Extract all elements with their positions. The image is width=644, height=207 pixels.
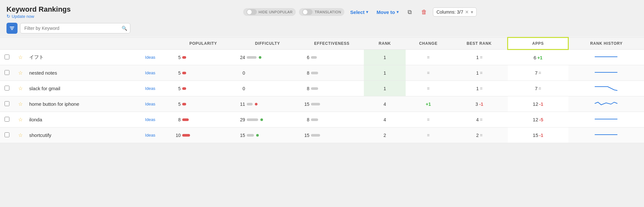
apps-number: 7 (535, 70, 537, 76)
toolbar: Hide Unpopular Translation Select Move t… (82, 6, 638, 18)
rankhistory-cell (568, 65, 644, 81)
bestrank-cell: 2 = (451, 128, 508, 143)
star-icon[interactable]: ☆ (18, 117, 23, 122)
filter-icon-button[interactable] (6, 23, 18, 34)
row-star-cell[interactable]: ☆ (14, 50, 27, 65)
best-rank-value: 3 (475, 102, 478, 107)
columns-button[interactable]: Columns: 3/7 ✕ ▾ (433, 7, 477, 17)
rankhistory-cell (568, 112, 644, 128)
change-value: +1 (426, 102, 431, 107)
rank-cell: 1 (364, 65, 405, 81)
change-value: = (427, 133, 430, 138)
row-checkbox[interactable] (5, 101, 9, 106)
rank-cell: 4 (364, 112, 405, 128)
rankhistory-cell (568, 128, 644, 143)
rank-value: 4 (384, 117, 386, 122)
keyword-text: home button for iphone (29, 101, 79, 107)
rank-value: 1 (384, 86, 386, 91)
app-link[interactable]: Ideas (145, 86, 155, 91)
rank-value: 1 (384, 55, 386, 60)
rank-value: 2 (384, 133, 386, 138)
filter-input[interactable] (20, 23, 130, 33)
apps-delta: = (539, 86, 541, 91)
delete-button[interactable]: 🗑 (419, 6, 430, 18)
columns-clear-icon[interactable]: ✕ (465, 9, 469, 15)
best-rank-value: 4 (476, 117, 479, 122)
app-link[interactable]: Ideas (145, 117, 155, 122)
change-value: = (427, 117, 430, 122)
select-button[interactable]: Select (348, 8, 371, 16)
best-rank-change: = (480, 86, 483, 91)
popularity-cell: 5 (171, 81, 235, 96)
moveto-button[interactable]: Move to (374, 8, 401, 16)
popularity-cell: 10 (171, 128, 235, 143)
row-star-cell[interactable]: ☆ (14, 128, 27, 143)
row-checkbox-cell (0, 65, 14, 81)
star-icon[interactable]: ☆ (18, 101, 23, 107)
columns-arrow-icon[interactable]: ▾ (471, 9, 473, 15)
th-popularity: POPULARITY (171, 38, 235, 50)
bestrank-cell: 4 = (451, 112, 508, 128)
rankhistory-cell (568, 96, 644, 112)
row-checkbox[interactable] (5, 117, 9, 122)
header-bar: Keyword Rankings Update now Hide Unpopul… (0, 5, 644, 23)
bestrank-cell: 1 = (451, 65, 508, 81)
change-value: = (427, 86, 430, 91)
apps-cell: 15-1 (508, 128, 568, 143)
row-checkbox[interactable] (5, 70, 9, 75)
columns-label: Columns: 3/7 (436, 9, 463, 15)
bestrank-cell: 1 = (451, 81, 508, 96)
app-cell[interactable]: Ideas (129, 65, 171, 81)
keyword-cell: shortcutify (27, 128, 129, 143)
update-now-button[interactable]: Update now (6, 14, 71, 19)
row-checkbox-cell (0, 96, 14, 112)
apps-number: 6 (534, 55, 536, 60)
star-icon[interactable]: ☆ (18, 70, 23, 76)
filter-icon (9, 26, 15, 31)
app-link[interactable]: Ideas (145, 55, 155, 60)
apps-cell: 12-5 (508, 112, 568, 128)
th-change: CHANGE (406, 38, 451, 50)
bestrank-cell: 3 -1 (451, 96, 508, 112)
row-checkbox[interactable] (5, 55, 9, 59)
copy-button[interactable]: ⧉ (404, 6, 415, 18)
row-checkbox[interactable] (5, 86, 9, 91)
table-row: ☆ shortcutify Ideas 10 15 15 2 = 2 = (0, 128, 644, 143)
rank-cell: 4 (364, 96, 405, 112)
star-icon[interactable]: ☆ (18, 132, 23, 138)
best-rank-value: 1 (476, 55, 479, 60)
search-icon: 🔍 (122, 26, 127, 31)
hide-unpopular-toggle[interactable]: Hide Unpopular (243, 8, 296, 16)
app-cell[interactable]: Ideas (129, 112, 171, 128)
row-star-cell[interactable]: ☆ (14, 65, 27, 81)
apps-delta: -1 (539, 102, 543, 107)
app-link[interactable]: Ideas (145, 133, 155, 138)
translation-toggle[interactable]: Translation (299, 8, 344, 16)
row-checkbox[interactable] (5, 132, 9, 137)
table-row: ☆ home button for iphone Ideas 5 11 15 4 (0, 96, 644, 112)
app-link[interactable]: Ideas (145, 102, 155, 106)
keyword-text: ilonda (29, 117, 42, 122)
best-rank-change: = (480, 70, 483, 76)
star-icon[interactable]: ☆ (18, 55, 23, 60)
star-icon[interactable]: ☆ (18, 86, 23, 91)
best-rank-change: = (480, 133, 483, 138)
change-cell: = (406, 81, 451, 96)
popularity-cell: 5 (171, 96, 235, 112)
rank-cell: 1 (364, 50, 405, 65)
app-cell[interactable]: Ideas (129, 96, 171, 112)
filter-input-wrap: 🔍 (20, 23, 130, 33)
app-cell[interactable]: Ideas (129, 81, 171, 96)
app-cell[interactable]: Ideas (129, 50, 171, 65)
hide-unpopular-switch[interactable] (246, 9, 257, 15)
translation-switch[interactable] (302, 9, 313, 15)
row-checkbox-cell (0, 112, 14, 128)
change-cell: = (406, 128, 451, 143)
row-star-cell[interactable]: ☆ (14, 81, 27, 96)
keyword-cell: home button for iphone (27, 96, 129, 112)
app-cell[interactable]: Ideas (129, 128, 171, 143)
change-cell: = (406, 65, 451, 81)
row-star-cell[interactable]: ☆ (14, 112, 27, 128)
row-star-cell[interactable]: ☆ (14, 96, 27, 112)
app-link[interactable]: Ideas (145, 70, 155, 75)
